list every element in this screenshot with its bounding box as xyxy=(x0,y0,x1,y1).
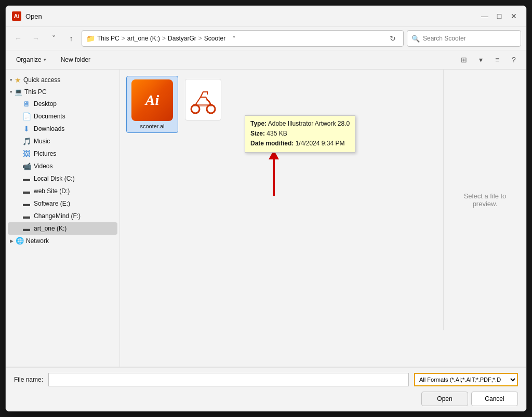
quick-access-star-icon: ★ xyxy=(15,76,21,84)
sidebar: ▾ ★ Quick access ▾ 💻 This PC 🖥 Desktop 📄… xyxy=(6,70,120,367)
file-tooltip: Type: Adobe Illustrator Artwork 28.0 Siz… xyxy=(245,115,355,153)
window-controls: — □ ✕ xyxy=(478,10,520,22)
preview-area: Select a file to preview. xyxy=(443,70,526,330)
sidebar-item-desktop-label: Desktop xyxy=(34,100,57,107)
sidebar-item-local-c[interactable]: ▬ Local Disk (C:) xyxy=(8,172,117,185)
this-pc-chevron: ▾ xyxy=(10,89,12,95)
toolbar-right: ⊞ ▾ ≡ ? xyxy=(457,52,521,67)
sidebar-item-downloads[interactable]: ⬇ Downloads xyxy=(8,123,117,135)
tooltip-date: Date modified: 1/4/2024 9:34 PM xyxy=(250,139,350,149)
network-icon: 🌐 xyxy=(16,237,24,245)
sidebar-item-web-d-label: web Site (D:) xyxy=(34,187,70,195)
sidebar-item-music-label: Music xyxy=(34,138,50,145)
downloads-icon: ⬇ xyxy=(22,125,31,133)
sidebar-item-web-d[interactable]: ▬ web Site (D:) xyxy=(8,185,117,197)
organize-dropdown-icon: ▾ xyxy=(44,57,46,62)
new-folder-button[interactable]: New folder xyxy=(56,52,96,67)
drive-d-icon: ▬ xyxy=(22,187,31,195)
tooltip-size: Size: 435 KB xyxy=(250,129,350,139)
address-part-folder1: DastyarGr xyxy=(168,35,196,42)
svg-rect-2 xyxy=(193,104,212,106)
cancel-button[interactable]: Cancel xyxy=(471,392,518,406)
folder-icon: 📁 xyxy=(86,34,95,43)
open-button[interactable]: Open xyxy=(421,392,468,406)
pictures-icon: 🖼 xyxy=(22,150,31,158)
minimize-button[interactable]: — xyxy=(478,10,491,22)
scooter-thumbnail xyxy=(185,79,221,120)
this-pc-label: This PC xyxy=(24,88,47,96)
sidebar-item-artone-k[interactable]: ▬ art_one (K:) xyxy=(8,222,117,235)
open-dialog: Ai Open — □ ✕ ← → ˅ ↑ 📁 This PC > art_on… xyxy=(5,5,527,412)
this-pc-icon: 💻 xyxy=(15,88,22,96)
back-button[interactable]: ← xyxy=(11,31,25,46)
forward-button[interactable]: → xyxy=(29,31,43,46)
sidebar-item-changemind-f[interactable]: ▬ ChangeMind (F:) xyxy=(8,210,117,222)
filename-input[interactable] xyxy=(48,373,409,386)
sidebar-item-desktop[interactable]: 🖥 Desktop xyxy=(8,98,117,110)
drive-f-icon: ▬ xyxy=(22,212,31,220)
format-select[interactable]: All Formats (*.AI;*.AIT;*.PDF;*.D Adobe … xyxy=(414,373,518,386)
organize-button[interactable]: Organize ▾ xyxy=(11,52,51,67)
file-item-scooter-image[interactable] xyxy=(182,76,224,124)
maximize-button[interactable]: □ xyxy=(493,10,506,22)
sidebar-item-videos[interactable]: 📹 Videos xyxy=(8,160,117,172)
desktop-icon: 🖥 xyxy=(22,100,31,108)
new-folder-label: New folder xyxy=(61,56,90,63)
close-button[interactable]: ✕ xyxy=(508,10,520,22)
scooter-svg xyxy=(188,84,219,115)
quick-access-chevron: ▾ xyxy=(10,77,12,83)
videos-icon: 📹 xyxy=(22,162,31,170)
sidebar-item-pictures[interactable]: 🖼 Pictures xyxy=(8,147,117,160)
dialog-title: Open xyxy=(25,12,42,20)
content-area: Ai scooter.ai xyxy=(120,70,526,367)
address-bar[interactable]: 📁 This PC > art_one (K:) > DastyarGr > S… xyxy=(82,30,404,47)
view-toggle-dropdown[interactable]: ▾ xyxy=(473,52,488,67)
documents-icon: 📄 xyxy=(22,112,31,120)
quick-access-header[interactable]: ▾ ★ Quick access xyxy=(6,74,119,86)
nav-bar: ← → ˅ ↑ 📁 This PC > art_one (K:) > Dasty… xyxy=(6,27,526,50)
organize-label: Organize xyxy=(16,56,42,63)
sidebar-item-documents[interactable]: 📄 Documents xyxy=(8,110,117,123)
network-chevron: ▶ xyxy=(10,238,14,244)
action-buttons: Open Cancel xyxy=(6,392,526,411)
recent-locations-button[interactable]: ˅ xyxy=(46,31,61,46)
filename-row: File name: All Formats (*.AI;*.AIT;*.PDF… xyxy=(6,367,526,392)
arrow-line-up xyxy=(273,159,275,196)
search-icon: 🔍 xyxy=(411,35,420,43)
tooltip-type: Type: Adobe Illustrator Artwork 28.0 xyxy=(250,119,350,129)
refresh-button[interactable]: ↻ xyxy=(387,32,399,45)
sidebar-item-music[interactable]: 🎵 Music xyxy=(8,135,117,147)
sidebar-item-downloads-label: Downloads xyxy=(34,125,64,132)
file-item-ai[interactable]: Ai scooter.ai xyxy=(126,76,178,133)
sidebar-item-local-c-label: Local Disk (C:) xyxy=(34,175,75,182)
sidebar-item-documents-label: Documents xyxy=(34,113,65,120)
up-button[interactable]: ↑ xyxy=(64,31,78,46)
address-part-drive: art_one (K:) xyxy=(127,35,160,42)
sidebar-item-artone-k-label: art_one (K:) xyxy=(34,225,66,232)
this-pc-header[interactable]: ▾ 💻 This PC xyxy=(6,86,119,98)
ai-file-icon: Ai xyxy=(131,79,173,121)
app-icon: Ai xyxy=(12,11,21,21)
search-bar[interactable]: 🔍 xyxy=(407,30,521,47)
drive-c-icon: ▬ xyxy=(22,174,31,183)
drive-e-icon: ▬ xyxy=(22,199,31,208)
view-split-button[interactable]: ≡ xyxy=(490,52,504,67)
sidebar-item-changemind-f-label: ChangeMind (F:) xyxy=(34,212,81,220)
help-button[interactable]: ? xyxy=(507,52,521,67)
address-dropdown-button[interactable]: ˅ xyxy=(228,32,240,45)
sidebar-item-software-e[interactable]: ▬ Software (E:) xyxy=(8,197,117,210)
view-toggle-button[interactable]: ⊞ xyxy=(457,52,471,67)
address-part-folder2: Scooter xyxy=(204,35,225,42)
bottom-bar: File name: All Formats (*.AI;*.AIT;*.PDF… xyxy=(6,367,526,411)
filename-label: File name: xyxy=(14,376,43,383)
network-header[interactable]: ▶ 🌐 Network xyxy=(6,235,119,247)
sidebar-item-software-e-label: Software (E:) xyxy=(34,200,70,207)
main-content: ▾ ★ Quick access ▾ 💻 This PC 🖥 Desktop 📄… xyxy=(6,70,526,367)
toolbar: Organize ▾ New folder ⊞ ▾ ≡ ? xyxy=(6,50,526,70)
music-icon: 🎵 xyxy=(22,137,31,145)
search-input[interactable] xyxy=(423,35,516,42)
title-bar: Ai Open — □ ✕ xyxy=(6,6,526,27)
ai-file-label: scooter.ai xyxy=(140,123,164,129)
sidebar-item-pictures-label: Pictures xyxy=(34,150,56,157)
network-label: Network xyxy=(26,237,49,245)
